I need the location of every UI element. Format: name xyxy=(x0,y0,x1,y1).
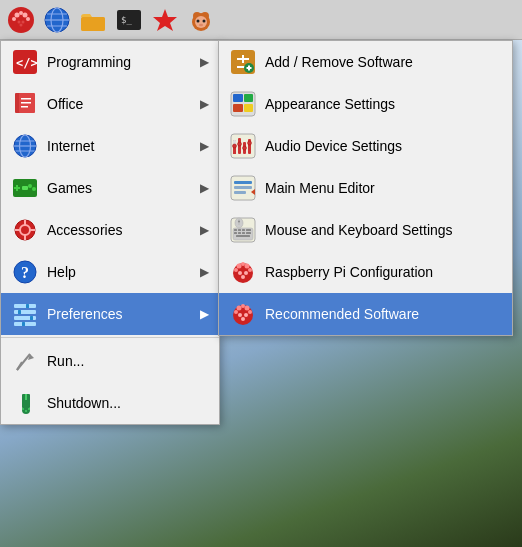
svg-point-87 xyxy=(233,144,237,148)
svg-rect-107 xyxy=(242,232,245,234)
submenu-item-raspberry-pi-configuration[interactable]: Raspberry Pi Configuration xyxy=(219,251,512,293)
menu-item-games[interactable]: Games ▶ xyxy=(1,167,219,209)
menu-item-shutdown[interactable]: Shutdown... xyxy=(1,382,219,424)
preferences-submenu: Add / Remove Software Appearance Setting… xyxy=(218,40,513,336)
svg-rect-96 xyxy=(234,186,252,189)
svg-point-126 xyxy=(234,310,238,314)
submenu-item-audio-device-settings[interactable]: Audio Device Settings xyxy=(219,125,512,167)
mouse-keyboard-settings-icon xyxy=(229,216,257,244)
raspberry-pi-configuration-icon xyxy=(229,258,257,286)
menu-item-run[interactable]: Run... xyxy=(1,340,219,382)
svg-rect-58 xyxy=(18,310,21,314)
main-menu: </> Programming ▶ Office ▶ xyxy=(0,40,220,425)
menu-divider xyxy=(1,337,219,338)
submenu-item-add-remove-software[interactable]: Add / Remove Software xyxy=(219,41,512,83)
svg-rect-78 xyxy=(233,94,243,102)
raspberry-menu-icon[interactable] xyxy=(4,3,38,37)
svg-point-89 xyxy=(238,142,242,146)
preferences-label: Preferences xyxy=(47,306,200,322)
submenu-item-appearance-settings[interactable]: Appearance Settings xyxy=(219,83,512,125)
submenu-item-main-menu-editor[interactable]: Main Menu Editor xyxy=(219,167,512,209)
main-menu-editor-label: Main Menu Editor xyxy=(265,180,375,196)
programming-label: Programming xyxy=(47,54,200,70)
svg-rect-104 xyxy=(246,229,251,231)
office-arrow: ▶ xyxy=(200,97,209,111)
svg-rect-41 xyxy=(14,187,20,189)
animal-taskbar-icon[interactable] xyxy=(184,3,218,37)
internet-icon xyxy=(11,132,39,160)
terminal-taskbar-icon[interactable]: $_ xyxy=(112,3,146,37)
svg-point-43 xyxy=(32,187,36,191)
menu-item-help[interactable]: ? Help ▶ xyxy=(1,251,219,293)
svg-point-112 xyxy=(238,221,240,223)
svg-rect-44 xyxy=(22,186,28,190)
add-remove-software-label: Add / Remove Software xyxy=(265,54,413,70)
globe-taskbar-icon[interactable] xyxy=(40,3,74,37)
svg-rect-53 xyxy=(14,304,36,308)
folder-taskbar-icon[interactable] xyxy=(76,3,110,37)
svg-rect-16 xyxy=(81,17,105,31)
audio-device-settings-label: Audio Device Settings xyxy=(265,138,402,154)
menu-item-preferences[interactable]: Preferences ▶ xyxy=(1,293,219,335)
svg-point-1 xyxy=(15,12,20,17)
internet-label: Internet xyxy=(47,138,200,154)
menu-item-office[interactable]: Office ▶ xyxy=(1,83,219,125)
svg-point-128 xyxy=(238,313,242,317)
svg-rect-97 xyxy=(234,191,246,194)
svg-point-7 xyxy=(18,20,21,23)
svg-rect-31 xyxy=(21,98,31,100)
svg-point-66 xyxy=(22,408,24,410)
svg-point-67 xyxy=(25,410,27,412)
svg-rect-59 xyxy=(30,316,33,320)
svg-rect-60 xyxy=(22,322,25,326)
submenu-item-mouse-keyboard-settings[interactable]: Mouse and Keyboard Settings xyxy=(219,209,512,251)
svg-rect-32 xyxy=(21,102,31,104)
svg-point-124 xyxy=(245,306,250,311)
svg-marker-19 xyxy=(153,9,177,31)
shutdown-label: Shutdown... xyxy=(47,395,209,411)
help-arrow: ▶ xyxy=(200,265,209,279)
svg-point-117 xyxy=(234,268,238,272)
svg-point-114 xyxy=(237,264,242,269)
svg-point-120 xyxy=(244,271,248,275)
taskbar: $_ xyxy=(0,0,522,40)
svg-point-121 xyxy=(241,275,245,279)
svg-rect-102 xyxy=(238,229,241,231)
svg-rect-101 xyxy=(234,229,237,231)
svg-point-3 xyxy=(19,11,23,15)
svg-point-129 xyxy=(244,313,248,317)
menu-item-programming[interactable]: </> Programming ▶ xyxy=(1,41,219,83)
svg-point-42 xyxy=(28,184,32,188)
svg-point-2 xyxy=(23,12,28,17)
add-remove-software-icon xyxy=(229,48,257,76)
svg-point-68 xyxy=(28,408,30,410)
internet-arrow: ▶ xyxy=(200,139,209,153)
svg-text:</>: </> xyxy=(16,56,38,70)
accessories-label: Accessories xyxy=(47,222,200,238)
run-label: Run... xyxy=(47,353,209,369)
red-star-taskbar-icon[interactable] xyxy=(148,3,182,37)
svg-point-130 xyxy=(241,317,245,321)
games-arrow: ▶ xyxy=(200,181,209,195)
svg-point-5 xyxy=(26,17,30,21)
games-label: Games xyxy=(47,180,200,196)
svg-rect-54 xyxy=(14,310,36,314)
svg-rect-103 xyxy=(242,229,245,231)
svg-point-24 xyxy=(197,19,200,22)
submenu-item-recommended-software[interactable]: Recommended Software xyxy=(219,293,512,335)
svg-point-127 xyxy=(248,310,252,314)
recommended-software-label: Recommended Software xyxy=(265,306,419,322)
games-icon xyxy=(11,174,39,202)
svg-rect-80 xyxy=(244,94,253,102)
svg-rect-79 xyxy=(233,104,243,112)
svg-point-123 xyxy=(237,306,242,311)
svg-point-8 xyxy=(22,20,25,23)
menu-item-internet[interactable]: Internet ▶ xyxy=(1,125,219,167)
menu-item-accessories[interactable]: Accessories ▶ xyxy=(1,209,219,251)
svg-point-23 xyxy=(195,16,207,28)
office-icon xyxy=(11,90,39,118)
svg-point-116 xyxy=(241,262,245,266)
raspberry-pi-configuration-label: Raspberry Pi Configuration xyxy=(265,264,433,280)
svg-rect-108 xyxy=(246,232,251,234)
svg-point-26 xyxy=(199,23,203,25)
